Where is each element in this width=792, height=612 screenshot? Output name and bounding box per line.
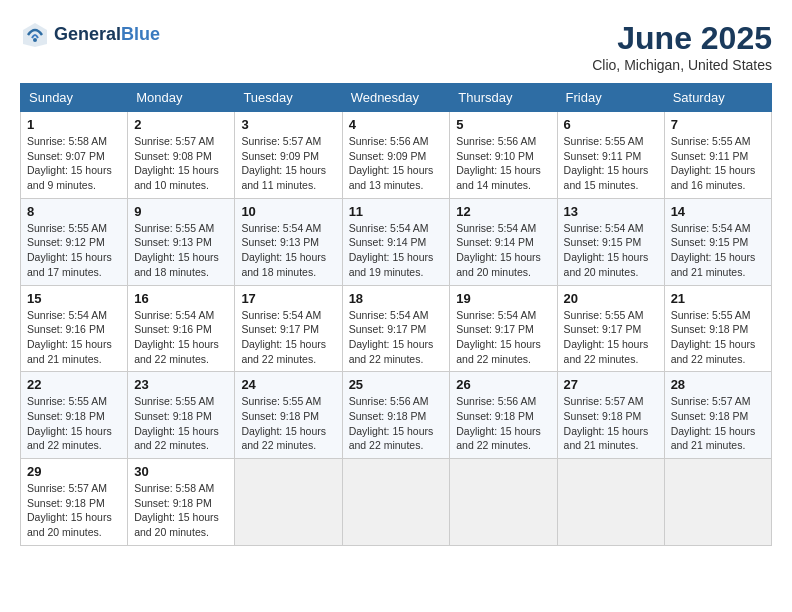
weekday-header-tuesday: Tuesday (235, 84, 342, 112)
day-info: Sunrise: 5:54 AM Sunset: 9:17 PM Dayligh… (241, 308, 335, 367)
calendar-cell: 5Sunrise: 5:56 AM Sunset: 9:10 PM Daylig… (450, 112, 557, 199)
weekday-header-saturday: Saturday (664, 84, 771, 112)
calendar-week-2: 8Sunrise: 5:55 AM Sunset: 9:12 PM Daylig… (21, 198, 772, 285)
day-info: Sunrise: 5:55 AM Sunset: 9:11 PM Dayligh… (671, 134, 765, 193)
day-number: 13 (564, 204, 658, 219)
day-info: Sunrise: 5:57 AM Sunset: 9:08 PM Dayligh… (134, 134, 228, 193)
calendar-cell: 4Sunrise: 5:56 AM Sunset: 9:09 PM Daylig… (342, 112, 450, 199)
svg-point-1 (33, 38, 37, 42)
calendar-cell: 22Sunrise: 5:55 AM Sunset: 9:18 PM Dayli… (21, 372, 128, 459)
day-number: 1 (27, 117, 121, 132)
calendar-week-1: 1Sunrise: 5:58 AM Sunset: 9:07 PM Daylig… (21, 112, 772, 199)
day-number: 29 (27, 464, 121, 479)
calendar-cell: 30Sunrise: 5:58 AM Sunset: 9:18 PM Dayli… (128, 459, 235, 546)
calendar-cell: 3Sunrise: 5:57 AM Sunset: 9:09 PM Daylig… (235, 112, 342, 199)
calendar-cell: 26Sunrise: 5:56 AM Sunset: 9:18 PM Dayli… (450, 372, 557, 459)
day-number: 24 (241, 377, 335, 392)
calendar-cell: 17Sunrise: 5:54 AM Sunset: 9:17 PM Dayli… (235, 285, 342, 372)
calendar-cell: 11Sunrise: 5:54 AM Sunset: 9:14 PM Dayli… (342, 198, 450, 285)
day-info: Sunrise: 5:56 AM Sunset: 9:10 PM Dayligh… (456, 134, 550, 193)
day-number: 21 (671, 291, 765, 306)
day-info: Sunrise: 5:54 AM Sunset: 9:16 PM Dayligh… (27, 308, 121, 367)
calendar-cell: 1Sunrise: 5:58 AM Sunset: 9:07 PM Daylig… (21, 112, 128, 199)
calendar-cell: 7Sunrise: 5:55 AM Sunset: 9:11 PM Daylig… (664, 112, 771, 199)
day-info: Sunrise: 5:54 AM Sunset: 9:15 PM Dayligh… (564, 221, 658, 280)
day-info: Sunrise: 5:56 AM Sunset: 9:18 PM Dayligh… (456, 394, 550, 453)
day-info: Sunrise: 5:57 AM Sunset: 9:18 PM Dayligh… (564, 394, 658, 453)
calendar-week-3: 15Sunrise: 5:54 AM Sunset: 9:16 PM Dayli… (21, 285, 772, 372)
weekday-header-friday: Friday (557, 84, 664, 112)
calendar-cell: 24Sunrise: 5:55 AM Sunset: 9:18 PM Dayli… (235, 372, 342, 459)
day-number: 6 (564, 117, 658, 132)
logo-icon (20, 20, 50, 50)
day-number: 23 (134, 377, 228, 392)
weekday-header-wednesday: Wednesday (342, 84, 450, 112)
weekday-header-row: SundayMondayTuesdayWednesdayThursdayFrid… (21, 84, 772, 112)
day-info: Sunrise: 5:54 AM Sunset: 9:13 PM Dayligh… (241, 221, 335, 280)
day-info: Sunrise: 5:58 AM Sunset: 9:18 PM Dayligh… (134, 481, 228, 540)
day-number: 17 (241, 291, 335, 306)
day-info: Sunrise: 5:54 AM Sunset: 9:14 PM Dayligh… (456, 221, 550, 280)
day-info: Sunrise: 5:54 AM Sunset: 9:17 PM Dayligh… (349, 308, 444, 367)
day-info: Sunrise: 5:54 AM Sunset: 9:14 PM Dayligh… (349, 221, 444, 280)
day-number: 3 (241, 117, 335, 132)
calendar-cell: 10Sunrise: 5:54 AM Sunset: 9:13 PM Dayli… (235, 198, 342, 285)
weekday-header-thursday: Thursday (450, 84, 557, 112)
calendar-cell: 19Sunrise: 5:54 AM Sunset: 9:17 PM Dayli… (450, 285, 557, 372)
calendar-subtitle: Clio, Michigan, United States (592, 57, 772, 73)
day-number: 4 (349, 117, 444, 132)
calendar-cell (342, 459, 450, 546)
calendar-cell: 16Sunrise: 5:54 AM Sunset: 9:16 PM Dayli… (128, 285, 235, 372)
day-info: Sunrise: 5:55 AM Sunset: 9:13 PM Dayligh… (134, 221, 228, 280)
calendar-week-5: 29Sunrise: 5:57 AM Sunset: 9:18 PM Dayli… (21, 459, 772, 546)
day-info: Sunrise: 5:56 AM Sunset: 9:09 PM Dayligh… (349, 134, 444, 193)
page-header: GeneralBlue June 2025 Clio, Michigan, Un… (20, 20, 772, 73)
calendar-cell: 9Sunrise: 5:55 AM Sunset: 9:13 PM Daylig… (128, 198, 235, 285)
day-info: Sunrise: 5:57 AM Sunset: 9:18 PM Dayligh… (27, 481, 121, 540)
day-info: Sunrise: 5:58 AM Sunset: 9:07 PM Dayligh… (27, 134, 121, 193)
day-info: Sunrise: 5:56 AM Sunset: 9:18 PM Dayligh… (349, 394, 444, 453)
calendar-cell: 12Sunrise: 5:54 AM Sunset: 9:14 PM Dayli… (450, 198, 557, 285)
calendar-cell: 15Sunrise: 5:54 AM Sunset: 9:16 PM Dayli… (21, 285, 128, 372)
day-info: Sunrise: 5:55 AM Sunset: 9:18 PM Dayligh… (134, 394, 228, 453)
calendar-cell: 28Sunrise: 5:57 AM Sunset: 9:18 PM Dayli… (664, 372, 771, 459)
day-number: 5 (456, 117, 550, 132)
day-number: 14 (671, 204, 765, 219)
calendar-cell: 13Sunrise: 5:54 AM Sunset: 9:15 PM Dayli… (557, 198, 664, 285)
calendar-cell: 8Sunrise: 5:55 AM Sunset: 9:12 PM Daylig… (21, 198, 128, 285)
calendar-body: 1Sunrise: 5:58 AM Sunset: 9:07 PM Daylig… (21, 112, 772, 546)
day-number: 15 (27, 291, 121, 306)
logo: GeneralBlue (20, 20, 160, 50)
day-info: Sunrise: 5:55 AM Sunset: 9:18 PM Dayligh… (27, 394, 121, 453)
day-info: Sunrise: 5:54 AM Sunset: 9:16 PM Dayligh… (134, 308, 228, 367)
day-number: 19 (456, 291, 550, 306)
day-info: Sunrise: 5:57 AM Sunset: 9:09 PM Dayligh… (241, 134, 335, 193)
calendar-cell: 20Sunrise: 5:55 AM Sunset: 9:17 PM Dayli… (557, 285, 664, 372)
calendar-title: June 2025 (592, 20, 772, 57)
title-area: June 2025 Clio, Michigan, United States (592, 20, 772, 73)
day-number: 11 (349, 204, 444, 219)
calendar-cell (450, 459, 557, 546)
calendar-cell: 6Sunrise: 5:55 AM Sunset: 9:11 PM Daylig… (557, 112, 664, 199)
day-number: 28 (671, 377, 765, 392)
day-info: Sunrise: 5:55 AM Sunset: 9:18 PM Dayligh… (241, 394, 335, 453)
day-number: 8 (27, 204, 121, 219)
calendar-cell: 2Sunrise: 5:57 AM Sunset: 9:08 PM Daylig… (128, 112, 235, 199)
day-info: Sunrise: 5:55 AM Sunset: 9:12 PM Dayligh… (27, 221, 121, 280)
weekday-header-sunday: Sunday (21, 84, 128, 112)
calendar-cell: 21Sunrise: 5:55 AM Sunset: 9:18 PM Dayli… (664, 285, 771, 372)
calendar-cell (664, 459, 771, 546)
calendar-cell (235, 459, 342, 546)
day-info: Sunrise: 5:54 AM Sunset: 9:17 PM Dayligh… (456, 308, 550, 367)
calendar-cell: 14Sunrise: 5:54 AM Sunset: 9:15 PM Dayli… (664, 198, 771, 285)
day-info: Sunrise: 5:57 AM Sunset: 9:18 PM Dayligh… (671, 394, 765, 453)
day-info: Sunrise: 5:55 AM Sunset: 9:11 PM Dayligh… (564, 134, 658, 193)
calendar-cell (557, 459, 664, 546)
day-number: 2 (134, 117, 228, 132)
day-number: 27 (564, 377, 658, 392)
day-number: 30 (134, 464, 228, 479)
day-info: Sunrise: 5:54 AM Sunset: 9:15 PM Dayligh… (671, 221, 765, 280)
day-number: 16 (134, 291, 228, 306)
calendar-cell: 18Sunrise: 5:54 AM Sunset: 9:17 PM Dayli… (342, 285, 450, 372)
day-info: Sunrise: 5:55 AM Sunset: 9:18 PM Dayligh… (671, 308, 765, 367)
